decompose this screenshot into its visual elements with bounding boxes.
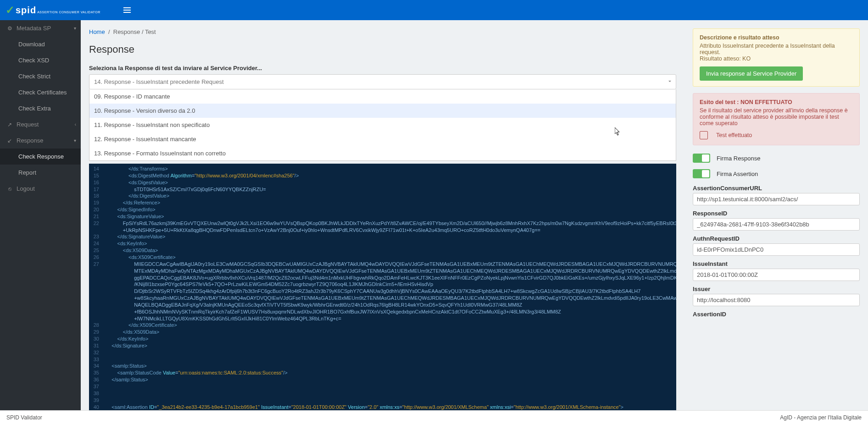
xml-code-viewer[interactable]: 14 </ds:Transforms>15 <ds:DigestMethod A… <box>89 164 676 410</box>
menu-toggle-icon[interactable] <box>123 6 131 14</box>
footer: SPID Validator AgID - Agenzia per l'Ital… <box>0 410 868 424</box>
breadcrumb: Home / Response / Test <box>89 20 676 44</box>
breadcrumb-home[interactable]: Home <box>89 28 105 35</box>
toggle-label: Firma Response <box>717 155 760 162</box>
gear-icon: ⚙ <box>6 25 13 32</box>
test-result-box: Esito del test : NON EFFETTUATO Se il ri… <box>693 93 860 145</box>
issuer-input[interactable] <box>693 294 860 306</box>
sidebar-item-download[interactable]: Download <box>0 36 81 52</box>
logo-text: spid <box>16 5 36 16</box>
info-line2: Risultato atteso: KO <box>700 55 853 62</box>
footer-right: AgID - Agenzia per l'Italia Digitale <box>780 414 862 421</box>
right-panel: Descrizione e risultato atteso Attributo… <box>684 20 868 410</box>
acurl-input[interactable] <box>693 193 860 205</box>
result-title: Esito del test : NON EFFETTUATO <box>700 99 853 105</box>
dropdown-option[interactable]: 11. Response - IssueInstant non specific… <box>89 118 676 132</box>
info-title: Descrizione e risultato atteso <box>700 34 853 41</box>
breadcrumb-current: Response / Test <box>113 28 156 35</box>
footer-left: SPID Validator <box>6 414 42 421</box>
result-desc: Se il risultato del service provider all… <box>700 107 853 127</box>
arrow-left-icon: ↙ <box>6 138 13 144</box>
sidebar-label: Request <box>17 121 39 128</box>
issuer-label: Issuer <box>693 286 860 292</box>
sidebar-item-checkxsd[interactable]: Check XSD <box>0 52 81 68</box>
chevron-left-icon: ‹ <box>75 122 76 127</box>
firma-assertion-toggle[interactable] <box>693 169 710 178</box>
sidebar: ⚙ Metadata SP ▾ Download Check XSD Check… <box>0 20 81 410</box>
info-line1: Attributo IssueInstant precedente a Issu… <box>700 43 853 55</box>
sidebar-label: Metadata SP <box>17 25 51 32</box>
test-done-checkbox[interactable] <box>700 131 708 139</box>
dropdown-option[interactable]: 10. Response - Version diverso da 2.0 <box>89 104 676 118</box>
sidebar-label: Response <box>17 137 44 144</box>
sidebar-item-request[interactable]: ↗ Request ‹ <box>0 116 81 132</box>
sidebar-item-checkextra[interactable]: Check Extra <box>0 100 81 116</box>
sidebar-item-checkcert[interactable]: Check Certificates <box>0 84 81 100</box>
app-logo: ✓ spid ASSERTION CONSUMER VALIDATOR <box>6 4 100 17</box>
sidebar-item-checkresponse[interactable]: Check Response <box>0 149 81 165</box>
logo-subtitle: ASSERTION CONSUMER VALIDATOR <box>37 11 100 14</box>
send-response-button[interactable]: Invia response al Service Provider <box>700 66 803 81</box>
dropdown-option[interactable]: 09. Response - ID mancante <box>89 89 676 104</box>
acurl-label: AssertionConsumerURL <box>693 185 860 192</box>
page-title: Response <box>89 44 676 55</box>
authnreqid-input[interactable] <box>693 243 860 256</box>
arrow-right-icon: ↗ <box>6 121 13 128</box>
dropdown-options[interactable]: 09. Response - ID mancante10. Response -… <box>89 89 676 161</box>
app-header: ✓ spid ASSERTION CONSUMER VALIDATOR <box>0 0 868 20</box>
chevron-down-icon: ▾ <box>74 138 76 143</box>
issueinstant-label: IssueInstant <box>693 260 860 267</box>
responseid-input[interactable] <box>693 218 860 231</box>
sidebar-item-report[interactable]: Report <box>0 165 81 181</box>
check-icon: ✓ <box>6 4 15 17</box>
checkbox-label: Test effettuato <box>716 132 752 138</box>
chevron-down-icon: ▾ <box>74 26 76 31</box>
chevron-down-icon <box>668 81 671 83</box>
responseid-label: ResponseID <box>693 210 860 217</box>
dropdown-option[interactable]: 12. Response - IssueInstant mancante <box>89 132 676 146</box>
toggle-label: Firma Assertion <box>717 171 758 177</box>
sidebar-label: Logout <box>17 185 35 192</box>
sidebar-item-metadata[interactable]: ⚙ Metadata SP ▾ <box>0 20 81 36</box>
sidebar-item-checkstrict[interactable]: Check Strict <box>0 68 81 84</box>
assertionid-label: AssertionID <box>693 311 860 318</box>
dropdown-selected: 14. Response - IssueInstant precedente R… <box>94 78 224 85</box>
section-label: Seleziona la Response di test da inviare… <box>89 65 676 72</box>
sidebar-item-logout[interactable]: ⎋ Logout <box>0 181 81 197</box>
authnreqid-label: AuthnRequestID <box>693 235 860 242</box>
firma-response-toggle[interactable] <box>693 154 710 163</box>
dropdown-option[interactable]: 13. Response - Formato IssueInstant non … <box>89 146 676 160</box>
issueinstant-input[interactable] <box>693 269 860 281</box>
response-select[interactable]: 14. Response - IssueInstant precedente R… <box>89 74 676 89</box>
sidebar-item-response[interactable]: ↙ Response ▾ <box>0 132 81 149</box>
expected-result-box: Descrizione e risultato atteso Attributo… <box>693 28 860 87</box>
logout-icon: ⎋ <box>6 186 13 192</box>
